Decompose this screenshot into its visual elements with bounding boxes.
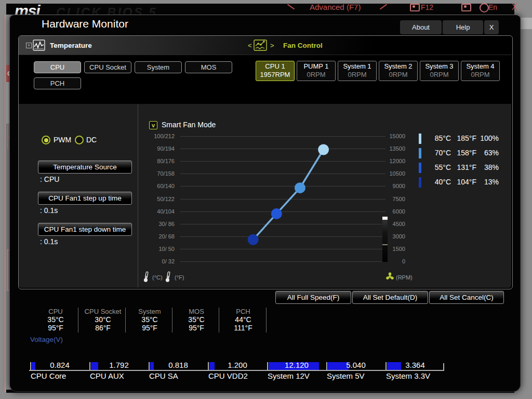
curve-percent: 38%	[476, 163, 499, 171]
close-button[interactable]: X	[484, 20, 499, 34]
readout-fahrenheit: 95°F	[125, 324, 175, 332]
temperature-source-button[interactable]: Temperature Source	[38, 161, 132, 174]
about-button[interactable]: About	[400, 20, 442, 34]
fan-tab-cpu1[interactable]: CPU 1 1957RPM	[256, 61, 295, 81]
collapse-toggle-icon[interactable]: v	[26, 43, 32, 48]
curve-temp-f: 131°F	[453, 163, 476, 171]
language-icon	[480, 3, 489, 12]
curve-color-bar	[419, 163, 421, 173]
voltage-value: 1.792	[89, 361, 149, 369]
curve-temp-c: 55°C	[426, 163, 451, 171]
pwm-radio[interactable]	[42, 136, 50, 144]
section-fan-control-label: Fan Control	[283, 42, 323, 49]
screen: msi CLICK BIOS 5 Advanced (F7) F12 En X …	[0, 0, 532, 399]
gauge-system-3-3v: 3.364 System 3.3V	[385, 358, 445, 370]
fan-curve-plot[interactable]	[180, 136, 385, 261]
fan-tab-system2[interactable]: System 2 0RPM	[379, 61, 418, 81]
all-set-default-button[interactable]: All Set Default(D)	[352, 291, 428, 304]
slider-thumb[interactable]	[382, 217, 388, 220]
step-up-time-value: : 0.1s	[40, 206, 58, 215]
fan-tab-system1[interactable]: System 1 0RPM	[338, 61, 377, 81]
temp-tab-mos[interactable]: MOS	[185, 61, 232, 73]
voltage-label: System 3.3V	[386, 371, 430, 380]
help-panel-icon	[461, 4, 471, 11]
gauge-cpu-core: 0.824 CPU Core	[30, 358, 89, 370]
dc-radio[interactable]	[75, 136, 84, 144]
smart-fan-mode-checkbox[interactable]: v	[149, 121, 157, 129]
fan-tab-rpm: 0RPM	[420, 71, 458, 79]
temp-tab-cpu[interactable]: CPU	[34, 61, 81, 73]
all-set-cancel-button[interactable]: All Set Cancel(C)	[429, 291, 504, 304]
temp-tab-cpu-socket[interactable]: CPU Socket	[84, 61, 131, 73]
curve-percent: 13%	[476, 178, 499, 186]
bios-close: X	[512, 3, 517, 12]
readout-fahrenheit: 111°F	[218, 324, 268, 332]
chevron-right-icon[interactable]: >	[270, 42, 274, 49]
voltage-value: 3.364	[385, 361, 445, 369]
curve-color-bar	[419, 177, 421, 188]
readout-celsius: 35°C	[31, 315, 81, 324]
dc-label: DC	[86, 136, 97, 144]
voltage-baseline	[29, 370, 444, 371]
readout-system: System 35°C 95°F	[125, 308, 175, 332]
fan-curve-point[interactable]	[271, 208, 282, 219]
temp-tab-pch[interactable]: PCH	[34, 77, 81, 89]
fan-tab-pump1[interactable]: PUMP 1 0RPM	[297, 61, 336, 81]
fan-tab-name: System 2	[379, 62, 417, 71]
voltage-value: 1.200	[208, 361, 267, 369]
voltage-label: CPU AUX	[90, 371, 124, 380]
readout-mos: MOS 35°C 95°F	[171, 308, 221, 332]
readout-celsius: 30°C	[78, 315, 128, 324]
screenshot-key: F12	[421, 3, 433, 11]
fan-tab-rpm: 0RPM	[461, 71, 499, 79]
readout-cpu-socket: CPU Socket 30°C 86°F	[78, 308, 128, 332]
curve-temp-f: 158°F	[453, 149, 476, 157]
voltage-value: 0.818	[149, 361, 208, 369]
rpm-unit-label: (RPM)	[396, 274, 413, 281]
readout-label: System	[125, 308, 175, 315]
fan-tab-name: CPU 1	[256, 62, 294, 71]
voltage-label: System 5V	[327, 371, 365, 380]
fan-curve-point[interactable]	[295, 182, 305, 193]
fan-tab-rpm: 1957RPM	[256, 71, 294, 79]
step-up-time-button[interactable]: CPU Fan1 step up time	[38, 192, 132, 205]
fan-level-slider[interactable]	[382, 217, 388, 262]
fan-tab-rpm: 0RPM	[379, 71, 417, 79]
fan-tab-system4[interactable]: System 4 0RPM	[461, 61, 500, 81]
temp-tab-system[interactable]: System	[135, 61, 182, 73]
readout-fahrenheit: 95°F	[171, 324, 221, 332]
curve-color-bar	[419, 148, 421, 158]
help-button[interactable]: Help	[443, 20, 483, 34]
voltage-label: CPU Core	[31, 371, 66, 380]
temperature-source-value: : CPU	[40, 175, 59, 183]
readout-label: CPU Socket	[78, 308, 128, 315]
menu-advanced: Advanced (F7)	[310, 3, 361, 11]
pwm-radio-dot	[44, 138, 48, 142]
chevron-left-icon[interactable]: <	[248, 42, 252, 49]
readout-fahrenheit: 95°F	[31, 324, 81, 332]
curve-color-bar	[419, 134, 421, 144]
gauge-system-12v: 12.120 System 12V	[267, 358, 326, 370]
step-down-time-button[interactable]: CPU Fan1 step down time	[38, 223, 132, 236]
divider	[138, 104, 138, 287]
gauge-cpu-aux: 1.792 CPU AUX	[89, 358, 149, 370]
fan-tab-rpm: 0RPM	[338, 71, 376, 79]
all-full-speed-button[interactable]: All Full Speed(F)	[275, 291, 351, 304]
fan-curve[interactable]	[174, 130, 392, 268]
fan-curve-point[interactable]	[318, 144, 329, 155]
voltage-label: CPU SA	[149, 371, 178, 380]
curve-temp-c: 85°C	[426, 134, 451, 142]
curve-temp-f: 185°F	[453, 134, 476, 142]
pwm-label: PWM	[54, 136, 71, 144]
smart-fan-mode-label: Smart Fan Mode	[162, 121, 216, 129]
fan-tab-system3[interactable]: System 3 0RPM	[420, 61, 459, 81]
readout-separator	[266, 308, 267, 332]
voltage-value: 5.040	[326, 361, 385, 369]
fan-curve-point[interactable]	[248, 234, 259, 245]
fan-tab-rpm: 0RPM	[297, 71, 335, 79]
fan-tab-name: System 1	[338, 62, 376, 71]
readout-label: CPU	[31, 308, 81, 315]
fan-tab-name: System 4	[461, 62, 499, 71]
voltage-section-label: Voltage(V)	[30, 336, 63, 343]
slider-mark	[382, 244, 388, 245]
